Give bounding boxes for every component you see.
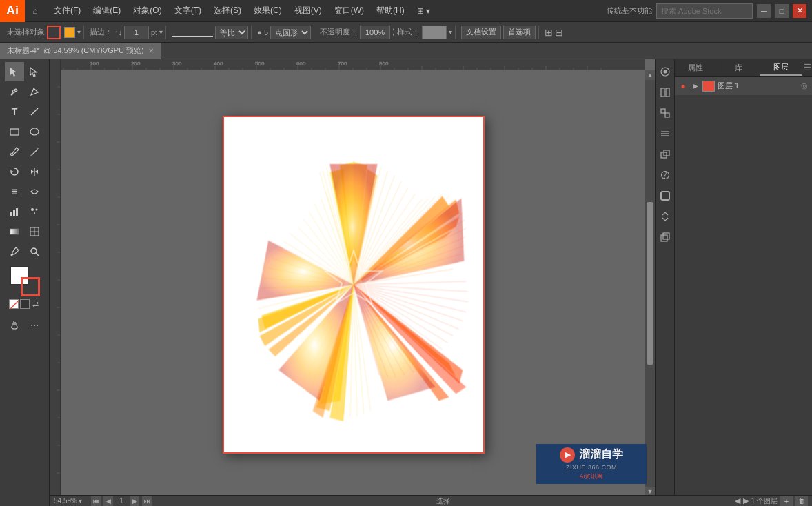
zoom-dropdown-icon[interactable]: ▾ [79, 497, 82, 505]
arrange-icon[interactable]: ⊞ [545, 27, 553, 38]
swap-colors-icon[interactable]: ⇄ [31, 299, 41, 309]
width-tool[interactable] [5, 182, 24, 201]
duplicate-icon[interactable] [657, 229, 673, 245]
panel-menu-button[interactable]: ☰ [802, 59, 812, 76]
ellipse-tool[interactable] [25, 122, 44, 141]
mirror-tool[interactable] [25, 162, 44, 181]
svg-rect-206 [661, 235, 667, 241]
visibility-icon[interactable]: ● [678, 81, 689, 92]
scroll-track [645, 80, 655, 487]
menu-effect[interactable]: 效果(C) [248, 2, 287, 19]
column-graph-tool[interactable] [5, 202, 24, 221]
transform-icon[interactable] [657, 105, 673, 121]
rotate-tool[interactable] [5, 162, 24, 181]
new-layer-button[interactable]: + [780, 496, 793, 506]
minimize-button[interactable]: ─ [757, 4, 771, 18]
brush-shape-select[interactable]: 点圆形 [270, 26, 311, 39]
scroll-up-button[interactable]: ▲ [645, 70, 655, 80]
warp-tool[interactable] [25, 182, 44, 201]
layer-target-icon[interactable]: ◎ [800, 81, 809, 91]
direct-select-tool[interactable] [25, 62, 44, 81]
svg-rect-9 [13, 210, 15, 216]
main-area: T [0, 59, 812, 506]
svg-line-20 [10, 301, 19, 309]
properties-icon[interactable] [657, 63, 673, 80]
menu-object[interactable]: 对象(O) [128, 2, 167, 19]
home-button[interactable]: ⌂ [25, 0, 45, 22]
stroke-section: 描边： ↑↓ pt ▾ [87, 26, 166, 39]
misc-tools: ··· [5, 315, 44, 334]
symbol-tool[interactable] [25, 202, 44, 221]
hand-tool[interactable] [5, 315, 24, 334]
stroke-panel-icon[interactable] [657, 188, 673, 204]
canvas-area[interactable]: 100 200 300 400 500 600 [50, 59, 655, 506]
document-tab[interactable]: 未标题-4* @ 54.59% (CMYK/GPU 预览) ✕ [0, 43, 161, 59]
trash-layer-button[interactable]: 🗑 [795, 496, 808, 506]
vertical-scrollbar[interactable]: ▲ ▼ [645, 70, 655, 496]
tab-properties[interactable]: 属性 [675, 59, 718, 76]
zoom-tool[interactable] [25, 242, 44, 261]
gradient-tool[interactable] [5, 222, 24, 241]
menu-edit[interactable]: 编辑(E) [88, 2, 126, 19]
opacity-input[interactable] [360, 26, 390, 39]
paintbrush-tool[interactable] [5, 142, 24, 161]
mini-swatches: ⇄ [9, 299, 41, 309]
type-tool[interactable]: T [5, 102, 24, 121]
stroke-width-input[interactable] [124, 26, 149, 39]
align-icon[interactable] [657, 125, 673, 142]
eyedropper-tool[interactable] [5, 242, 24, 261]
svg-point-18 [31, 248, 37, 254]
svg-rect-10 [16, 208, 18, 216]
nav-last-button[interactable]: ⏭ [142, 496, 152, 506]
nav-first-button[interactable]: ⏮ [91, 496, 101, 506]
search-input[interactable] [656, 3, 753, 19]
stroke-color-box[interactable] [21, 277, 40, 296]
anchor-tool[interactable] [25, 82, 44, 101]
nav-prev-button[interactable]: ◀ [103, 496, 113, 506]
close-button[interactable]: ✕ [793, 4, 806, 18]
preferences-button[interactable]: 首选项 [503, 26, 536, 39]
tab-library[interactable]: 库 [718, 59, 760, 76]
menu-help[interactable]: 帮助(H) [371, 2, 410, 19]
stroke-mode-select[interactable]: 等比 [215, 26, 248, 39]
no-selection-label: 未选择对象 [7, 27, 45, 37]
opacity-section: 不透明度： ⟩ 样式： ▾ [317, 26, 456, 39]
library-icon[interactable] [657, 84, 673, 101]
menu-type[interactable]: 文字(T) [169, 2, 207, 19]
svg-line-19 [36, 253, 39, 256]
none-swatch[interactable] [9, 299, 19, 309]
mesh-tool[interactable] [25, 222, 44, 241]
menu-file[interactable]: 文件(F) [48, 2, 86, 19]
status-arrow-right[interactable]: ▶ [743, 496, 749, 505]
tab-layers[interactable]: 图层 [760, 59, 802, 76]
line-tool[interactable] [25, 102, 44, 121]
tab-close-button[interactable]: ✕ [148, 47, 154, 54]
scroll-thumb-vertical[interactable] [647, 202, 653, 365]
doc-settings-button[interactable]: 文档设置 [461, 26, 501, 39]
fill-color-indicator[interactable] [64, 27, 75, 38]
align-right-icon[interactable]: ⊟ [555, 27, 563, 38]
layer-item[interactable]: ● ▶ 图层 1 ◎ [675, 77, 812, 96]
status-arrow-left[interactable]: ◀ [735, 496, 740, 505]
select-tool[interactable] [5, 62, 24, 81]
black-swatch[interactable] [20, 299, 30, 309]
menu-view[interactable]: 视图(V) [289, 2, 327, 19]
expand-icon[interactable] [657, 208, 673, 225]
menu-grid[interactable]: ⊞ ▾ [412, 3, 436, 19]
pencil-tool[interactable] [25, 142, 44, 161]
appearance-icon[interactable] [657, 167, 673, 183]
rect-tool[interactable] [5, 122, 24, 141]
tool-row-10 [5, 242, 44, 261]
tab-mode: @ 54.59% (CMYK/GPU 预览) [43, 45, 144, 56]
restore-button[interactable]: □ [775, 4, 789, 18]
menu-window[interactable]: 窗口(W) [329, 2, 369, 19]
menu-select[interactable]: 选择(S) [208, 2, 247, 19]
expand-arrow-icon[interactable]: ▶ [691, 82, 700, 90]
selection-indicator: 未选择对象 ▾ [4, 26, 84, 39]
pen-tool[interactable] [5, 82, 24, 101]
stroke-color-swatch[interactable] [47, 26, 61, 39]
nav-next-button[interactable]: ▶ [130, 496, 139, 506]
watermark: ▶ 溜溜自学 ZIXUE.366.COM Ai资讯网 [536, 444, 647, 484]
pathfinder-icon[interactable] [657, 146, 673, 163]
more-tools[interactable]: ··· [25, 315, 44, 334]
